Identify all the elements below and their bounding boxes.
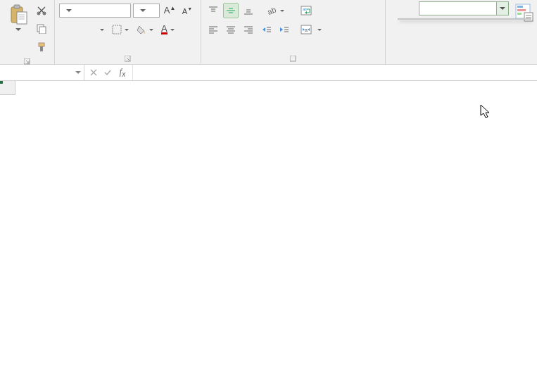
svg-rect-12: [40, 46, 43, 51]
wrap-text-button[interactable]: ab: [298, 3, 375, 18]
underline-button[interactable]: [94, 22, 107, 37]
font-name-select[interactable]: [59, 4, 131, 18]
enter-formula-button[interactable]: [101, 66, 114, 79]
svg-marker-62: [500, 7, 505, 10]
font-color-button[interactable]: A: [158, 22, 177, 37]
svg-rect-10: [39, 27, 46, 34]
copy-icon: [37, 24, 46, 34]
merge-center-button[interactable]: a: [298, 22, 389, 37]
chevron-down-icon: [15, 28, 21, 31]
copy-button[interactable]: [34, 21, 49, 37]
group-font: A▲ A▼ A: [55, 0, 201, 64]
bucket-icon: [137, 25, 146, 34]
svg-rect-67: [524, 13, 533, 21]
bold-button[interactable]: [59, 22, 75, 37]
svg-marker-15: [140, 9, 146, 12]
formula-bar: fx: [0, 65, 537, 81]
svg-marker-44: [280, 10, 284, 12]
svg-marker-70: [75, 71, 81, 74]
decrease-font-button[interactable]: A▼: [179, 3, 195, 18]
svg-rect-11: [39, 43, 44, 46]
orientation-icon: ab: [267, 6, 277, 15]
increase-indent-button[interactable]: [277, 22, 292, 37]
svg-marker-6: [15, 28, 21, 31]
number-format-menu: [398, 18, 531, 20]
align-middle-button[interactable]: [223, 3, 239, 18]
chevron-down-icon: [66, 9, 72, 12]
border-icon: [112, 25, 122, 34]
group-clipboard: [0, 0, 55, 64]
number-format-select[interactable]: [419, 1, 509, 15]
svg-marker-49: [280, 27, 283, 32]
svg-marker-19: [149, 29, 153, 31]
paintbrush-icon: [37, 42, 46, 52]
svg-rect-17: [113, 25, 121, 34]
align-left-button[interactable]: [206, 22, 221, 37]
select-all-corner[interactable]: [0, 81, 15, 95]
wrap-icon: ab: [301, 6, 312, 15]
chevron-down-icon: [140, 9, 146, 12]
svg-marker-20: [170, 29, 175, 31]
align-bottom-button[interactable]: [241, 3, 256, 18]
align-right-button[interactable]: [241, 22, 256, 37]
svg-rect-65: [517, 9, 526, 11]
font-size-select[interactable]: [133, 4, 160, 18]
borders-button[interactable]: [109, 22, 132, 37]
number-format-dropdown-arrow[interactable]: [496, 2, 508, 15]
svg-marker-60: [317, 29, 322, 31]
orientation-button[interactable]: ab: [265, 3, 287, 18]
italic-button[interactable]: [77, 22, 92, 37]
paste-button[interactable]: [6, 3, 31, 32]
svg-text:a: a: [305, 27, 308, 32]
mouse-cursor: [480, 104, 491, 120]
svg-rect-66: [517, 13, 522, 15]
svg-marker-18: [125, 29, 129, 31]
svg-rect-61: [290, 56, 296, 61]
svg-rect-1: [14, 5, 20, 8]
align-top-button[interactable]: [206, 3, 221, 18]
cancel-formula-button[interactable]: [87, 66, 100, 79]
svg-rect-64: [517, 6, 523, 8]
decrease-indent-button[interactable]: [259, 22, 274, 37]
svg-text:ab: ab: [267, 6, 277, 15]
cut-button[interactable]: [34, 3, 49, 18]
svg-rect-2: [17, 12, 27, 24]
group-alignment: ab ab a: [201, 0, 386, 64]
svg-marker-14: [66, 9, 72, 12]
fill-color-button[interactable]: [134, 22, 156, 37]
merge-icon: a: [301, 25, 312, 34]
chevron-down-icon: [75, 71, 81, 74]
svg-marker-45: [263, 27, 265, 32]
increase-font-button[interactable]: A▲: [162, 3, 177, 18]
svg-marker-16: [100, 29, 104, 31]
insert-function-button[interactable]: fx: [115, 66, 129, 79]
format-painter-button[interactable]: [34, 39, 49, 55]
name-box[interactable]: [0, 65, 84, 80]
scissors-icon: [37, 6, 46, 15]
align-center-button[interactable]: [223, 22, 239, 37]
